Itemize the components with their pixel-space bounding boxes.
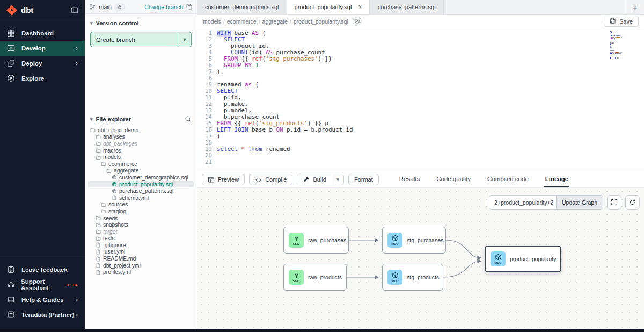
tree-item-target[interactable]: target <box>88 228 194 235</box>
code-line[interactable]: ), <box>217 69 644 75</box>
tree-item--user-yml[interactable]: .user.yml <box>88 249 194 256</box>
minimap[interactable] <box>610 31 626 62</box>
tree-item-analyses[interactable]: analyses <box>88 134 194 141</box>
refresh-button[interactable] <box>625 195 640 210</box>
tree-item-dbt-cloud-demo[interactable]: dbt_cloud_demo <box>88 127 194 134</box>
tree-item-staging[interactable]: staging <box>88 208 194 215</box>
code-line[interactable] <box>217 153 644 159</box>
code-line[interactable]: renamed as ( <box>217 82 644 88</box>
code-icon <box>255 176 262 183</box>
panel-tab-code-quality[interactable]: Code quality <box>435 171 472 187</box>
tree-item-sources[interactable]: sources <box>88 201 194 208</box>
code-line[interactable]: select * from renamed <box>217 146 644 153</box>
change-branch-link[interactable]: Change branch <box>144 4 183 10</box>
breadcrumb-item[interactable]: models <box>203 18 221 25</box>
sidebar-item-explore[interactable]: Explore <box>0 71 85 86</box>
save-button[interactable]: Save <box>604 16 639 27</box>
file-icon <box>96 249 101 255</box>
code-line[interactable]: ) <box>217 133 644 140</box>
breadcrumb-item[interactable]: ecommerce <box>227 18 257 25</box>
lineage-node-raw_purchases[interactable]: SEDraw_purchases <box>283 227 349 254</box>
code-line[interactable]: p.make, <box>217 101 644 107</box>
breadcrumb-action-icon[interactable] <box>353 17 362 26</box>
folder-icon <box>101 208 106 214</box>
sidebar-item-dashboard[interactable]: Dashboard <box>0 26 85 41</box>
code-line[interactable]: GROUP BY 1 <box>217 62 644 69</box>
code-line[interactable]: LEFT JOIN base b ON p.id = b.product_id <box>217 127 644 133</box>
preview-button[interactable]: Preview <box>202 174 245 185</box>
tree-item-profiles-yml[interactable]: profiles.yml <box>88 269 194 276</box>
editor-tab-purchase_patterns-sql[interactable]: purchase_patterns.sql <box>370 0 443 14</box>
fullscreen-button[interactable] <box>607 195 621 210</box>
sidebar-item-help-guides[interactable]: Help & Guides› <box>0 292 85 307</box>
file-icon <box>96 270 101 275</box>
tree-item-models[interactable]: models <box>88 154 194 161</box>
tree-item-readme-md[interactable]: README.md <box>88 255 194 262</box>
button-label: Format <box>354 176 373 183</box>
tree-item-customer-demographics-sql[interactable]: customer_demographics.sql <box>88 174 194 181</box>
compile-button[interactable]: Compile <box>249 174 292 185</box>
build-button[interactable]: Build <box>297 174 331 185</box>
update-graph-button[interactable]: Update Graph <box>556 196 603 209</box>
tree-item-dbt-project-yml[interactable]: dbt_project.yml <box>88 262 194 269</box>
tree-item-macros[interactable]: macros <box>88 147 194 154</box>
sidebar-item-teradata-partner-[interactable]: Teradata (Partner)› <box>0 307 85 322</box>
tree-item-aggregate[interactable]: aggregate <box>88 168 194 175</box>
code-line[interactable]: SELECT <box>217 88 644 95</box>
editor-tab-product_popularity-sql[interactable]: product_popularity.sql× <box>287 0 370 14</box>
seed-icon <box>293 272 300 279</box>
code-line[interactable]: p.id, <box>217 95 644 101</box>
code-line[interactable]: SELECT <box>217 37 644 43</box>
version-control-header[interactable]: ▾ Version control <box>85 14 197 30</box>
create-branch-caret-icon[interactable]: ▼ <box>178 32 191 47</box>
code-line[interactable]: p.model, <box>217 107 644 114</box>
sidebar-item-leave-feedback[interactable]: Leave feedback <box>0 262 85 277</box>
panel-tab-results[interactable]: Results <box>398 171 421 187</box>
sidebar-item-develop[interactable]: Develop› <box>0 41 85 56</box>
tree-item--gitignore[interactable]: .gitignore <box>88 242 194 249</box>
panel-tab-lineage[interactable]: Lineage <box>544 171 569 187</box>
tree-item-dbt-packages[interactable]: dbt_packages <box>88 140 194 147</box>
code-content[interactable]: WITH base AS ( SELECT product_id, COUNT(… <box>217 30 644 171</box>
lineage-node-stg_products[interactable]: MDLstg_products <box>382 264 443 291</box>
tree-item-tests[interactable]: tests <box>88 235 194 242</box>
code-editor[interactable]: 123456789101112131415161718192021 WITH b… <box>197 28 644 171</box>
sidebar-item-support-assistant[interactable]: Support AssistantBETA <box>0 277 85 292</box>
lineage-canvas[interactable]: SEDraw_purchasesMDLstg_purchasesSEDraw_p… <box>197 188 644 329</box>
code-line[interactable]: WITH base AS ( <box>217 30 644 37</box>
tree-item-product-popularity-sql[interactable]: product_popularity.sql <box>88 181 194 188</box>
panel-tab-compiled-code[interactable]: Compiled code <box>486 171 530 187</box>
code-line[interactable] <box>217 75 644 82</box>
lineage-node-stg_purchases[interactable]: MDLstg_purchases <box>382 227 446 254</box>
create-branch-label[interactable]: Create branch <box>91 32 178 47</box>
sidebar-item-label: Explore <box>21 75 44 82</box>
format-button[interactable]: Format <box>348 174 379 185</box>
tree-item-snapshots[interactable]: snapshots <box>88 221 194 228</box>
copy-icon[interactable] <box>186 3 193 10</box>
tree-item-schema-yml[interactable]: schema.yml <box>88 194 194 201</box>
breadcrumb-item[interactable]: product_popularity.sql <box>294 18 348 25</box>
tree-item-label: models <box>103 154 121 160</box>
editor-tab-customer_demographics-sql[interactable]: customer_demographics.sql <box>197 0 287 14</box>
file-explorer-header[interactable]: ▾ File explorer <box>85 110 197 126</box>
tree-item-seeds[interactable]: seeds <box>88 215 194 222</box>
collapse-sidebar-icon[interactable] <box>71 6 78 14</box>
lineage-node-product_popularity[interactable]: MDLproduct_popularity <box>485 246 561 272</box>
build-dropdown-caret[interactable]: ▼ <box>332 174 343 185</box>
breadcrumb-item[interactable]: aggregate <box>262 18 288 25</box>
search-icon[interactable] <box>185 116 192 122</box>
create-branch-button[interactable]: Create branch ▼ <box>90 32 192 47</box>
code-line[interactable] <box>217 159 644 165</box>
sidebar-item-deploy[interactable]: Deploy› <box>0 56 85 71</box>
file-icon <box>112 195 117 200</box>
lineage-node-raw_products[interactable]: SEDraw_products <box>283 264 347 291</box>
code-line[interactable]: FROM {{ ref('stg_purchases') }} <box>217 56 644 62</box>
folder-icon <box>106 168 112 174</box>
lineage-selector-input[interactable]: 2+product_popularity+2 <box>489 196 556 209</box>
tree-item-purchase-patterns-sql[interactable]: purchase_patterns.sql <box>88 187 194 194</box>
logo-text: dbt <box>21 5 33 15</box>
file-tree: dbt_cloud_demoanalysesdbt_packagesmacros… <box>85 126 197 276</box>
close-icon[interactable]: × <box>358 3 362 11</box>
new-tab-button[interactable]: + <box>626 0 644 14</box>
tree-item-ecommerce[interactable]: ecommerce <box>88 161 194 168</box>
